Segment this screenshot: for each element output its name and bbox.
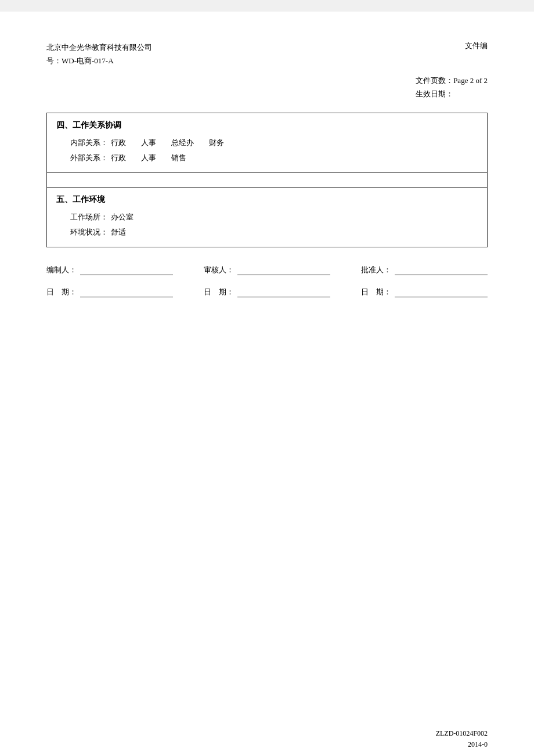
company-line1: 北京中企光华教育科技有限公司: [46, 41, 152, 54]
section5-title: 五、工作环境: [56, 195, 478, 205]
page-info: 文件页数：Page 2 of 2: [416, 74, 488, 87]
editor-date-label: 日 期：: [46, 287, 77, 297]
editor-date: 日 期：: [46, 287, 173, 297]
editor-date-line: [80, 287, 173, 297]
company-line2: 号：WD-电商-017-A: [46, 54, 152, 67]
editor-signature: 编制人：: [46, 265, 173, 275]
signature-row1: 编制人： 审核人： 批准人：: [46, 265, 488, 275]
section5-row1: 工作场所： 办公室: [70, 210, 478, 225]
meta-block: 文件页数：Page 2 of 2 生效日期：: [416, 74, 488, 101]
meta-section: 文件页数：Page 2 of 2 生效日期：: [46, 74, 488, 101]
section5-label2: 环境状况：: [70, 225, 111, 240]
reviewer-line: [237, 265, 330, 275]
editor-label: 编制人：: [46, 265, 77, 275]
section5-cell: 五、工作环境 工作场所： 办公室 环境状况： 舒适: [47, 187, 488, 247]
approver-date-line: [395, 287, 488, 297]
reviewer-signature: 审核人：: [204, 265, 330, 275]
section5-row2: 环境状况： 舒适: [70, 225, 478, 240]
reviewer-label: 审核人：: [204, 265, 234, 275]
signature-section: 编制人： 审核人： 批准人： 日 期： 日 期： 日 期：: [46, 265, 488, 297]
section5-content: 工作场所： 办公室 环境状况： 舒适: [56, 210, 478, 240]
approver-label: 批准人：: [361, 265, 391, 275]
doc-label: 文件编: [465, 41, 488, 51]
footer-ref-line1: ZLZD-01024F002: [436, 728, 488, 739]
approver-date-label: 日 期：: [361, 287, 391, 297]
table-row-section5: 五、工作环境 工作场所： 办公室 环境状况： 舒适: [47, 187, 488, 247]
separator-cell: [47, 172, 488, 187]
page-value: Page 2 of 2: [453, 76, 488, 85]
section4-label1: 内部关系：: [70, 135, 111, 150]
header-section: 北京中企光华教育科技有限公司 号：WD-电商-017-A 文件编: [46, 41, 488, 68]
section4-row2: 外部关系： 行政 人事 销售: [70, 150, 478, 165]
header-left: 北京中企光华教育科技有限公司 号：WD-电商-017-A: [46, 41, 152, 68]
section4-content: 内部关系： 行政 人事 总经办 财务 外部关系： 行政 人事 销售: [56, 135, 478, 165]
editor-line: [80, 265, 173, 275]
document-page: 北京中企光华教育科技有限公司 号：WD-电商-017-A 文件编 文件页数：Pa…: [0, 12, 534, 756]
section4-row1: 内部关系： 行政 人事 总经办 财务: [70, 135, 478, 150]
section5-value1: 办公室: [111, 210, 134, 225]
reviewer-date: 日 期：: [204, 287, 330, 297]
section4-title: 四、工作关系协调: [56, 120, 478, 131]
footer-ref-line2: 2014-0: [436, 739, 488, 750]
footer-reference: ZLZD-01024F002 2014-0: [436, 728, 488, 750]
effective-label: 生效日期：: [416, 89, 453, 98]
approver-signature: 批准人：: [361, 265, 488, 275]
approver-line: [395, 265, 488, 275]
section5-label1: 工作场所：: [70, 210, 111, 225]
reviewer-date-line: [237, 287, 330, 297]
section5-value2: 舒适: [111, 225, 126, 240]
main-table: 四、工作关系协调 内部关系： 行政 人事 总经办 财务 外部关系： 行政 人事 …: [46, 113, 488, 247]
section4-cell: 四、工作关系协调 内部关系： 行政 人事 总经办 财务 外部关系： 行政 人事 …: [47, 113, 488, 172]
section4-value1: 行政 人事 总经办 财务: [111, 135, 224, 150]
reviewer-date-label: 日 期：: [204, 287, 234, 297]
approver-date: 日 期：: [361, 287, 488, 297]
table-row-separator: [47, 172, 488, 187]
page-label: 文件页数：: [416, 76, 453, 85]
section4-value2: 行政 人事 销售: [111, 150, 186, 165]
header-right: 文件编: [465, 41, 488, 51]
effective-info: 生效日期：: [416, 87, 488, 100]
section4-label2: 外部关系：: [70, 150, 111, 165]
table-row-section4: 四、工作关系协调 内部关系： 行政 人事 总经办 财务 外部关系： 行政 人事 …: [47, 113, 488, 172]
signature-row2: 日 期： 日 期： 日 期：: [46, 287, 488, 297]
